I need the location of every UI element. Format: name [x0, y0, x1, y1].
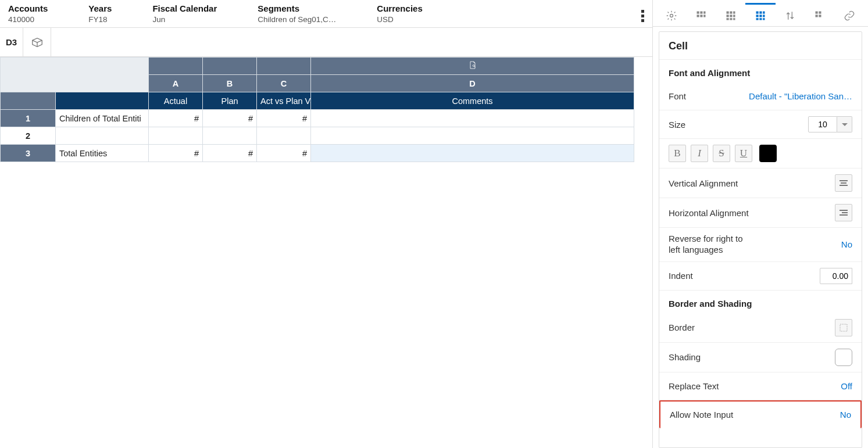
prop-border: Border — [659, 313, 862, 343]
bold-button[interactable]: B — [669, 145, 686, 162]
halign-button[interactable] — [835, 204, 852, 221]
grid-icon — [814, 10, 826, 21]
tab-cell[interactable] — [745, 3, 775, 26]
border-button[interactable] — [835, 319, 852, 336]
prop-size: Size — [659, 110, 862, 139]
svg-rect-5 — [696, 15, 699, 17]
grid-header-top — [1, 58, 634, 75]
prop-font-style: B I S U — [659, 139, 862, 169]
svg-rect-15 — [730, 18, 732, 20]
rtl-label: Reverse for right to left languages — [669, 234, 743, 256]
col-top-a — [149, 58, 203, 75]
cell-b3[interactable]: # — [203, 145, 257, 162]
field-variance[interactable]: Act vs Plan Va — [257, 92, 311, 110]
svg-rect-2 — [696, 11, 699, 13]
svg-rect-22 — [763, 15, 765, 17]
size-input[interactable] — [808, 116, 837, 132]
row-label[interactable]: Total Entities — [56, 145, 149, 162]
size-dropdown[interactable] — [837, 116, 852, 132]
field-comments[interactable]: Comments — [311, 92, 634, 110]
replace-value[interactable]: Off — [841, 381, 852, 391]
indent-input[interactable] — [820, 268, 852, 284]
cell-reference[interactable]: D3 — [0, 28, 23, 56]
prop-halign: Horizontal Alignment — [659, 198, 862, 228]
svg-rect-25 — [763, 18, 765, 20]
svg-rect-19 — [763, 11, 765, 13]
pov-fiscal-label: Fiscal Calendar — [152, 3, 217, 13]
strike-button[interactable]: S — [713, 145, 730, 162]
row-label[interactable]: Children of Total Entiti — [56, 110, 149, 127]
pov-fiscal-value: Jun — [152, 15, 217, 24]
cell-b1[interactable]: # — [203, 110, 257, 127]
pov-currencies[interactable]: Currencies USD — [377, 3, 422, 24]
prop-replace-text: Replace Text Off — [659, 372, 862, 400]
svg-rect-13 — [733, 15, 735, 17]
cell-a2[interactable] — [149, 127, 203, 145]
svg-point-1 — [670, 14, 673, 17]
svg-point-0 — [473, 64, 474, 66]
cell-a1[interactable]: # — [149, 110, 203, 127]
underline-button[interactable]: U — [735, 145, 752, 162]
shading-label: Shading — [669, 352, 701, 362]
table-row: 3 Total Entities # # # — [1, 145, 634, 162]
row-number[interactable]: 2 — [1, 127, 56, 145]
row-number[interactable]: 3 — [1, 145, 56, 162]
table-row: 1 Children of Total Entiti # # # — [1, 110, 634, 127]
note-icon[interactable] — [311, 58, 634, 75]
cell-c2[interactable] — [257, 127, 311, 145]
svg-rect-8 — [726, 11, 728, 13]
pov-years[interactable]: Years FY18 — [88, 3, 112, 24]
row-number[interactable]: 1 — [1, 110, 56, 127]
replace-label: Replace Text — [669, 381, 719, 391]
font-value[interactable]: Default - "Liberation San… — [749, 91, 852, 101]
tab-grid-2[interactable] — [716, 3, 745, 26]
svg-rect-18 — [759, 11, 762, 13]
italic-button[interactable]: I — [691, 145, 708, 162]
col-top-b — [203, 58, 257, 75]
allow-note-label: Allow Note Input — [670, 410, 733, 420]
valign-label: Vertical Alignment — [669, 178, 738, 188]
data-grid: A B C D Actual Plan Act vs Plan Va Comme… — [0, 57, 652, 448]
row-label[interactable] — [56, 127, 149, 145]
pov-currencies-label: Currencies — [377, 3, 422, 13]
grid-icon — [725, 10, 737, 21]
valign-button[interactable] — [835, 174, 852, 192]
tab-settings[interactable] — [656, 3, 686, 26]
shading-swatch[interactable] — [835, 349, 852, 366]
field-actual[interactable]: Actual — [149, 92, 203, 110]
tab-sort[interactable] — [776, 3, 805, 26]
cell-d3-selected[interactable] — [311, 145, 634, 162]
col-letter-b[interactable]: B — [203, 75, 257, 92]
tab-grid-1[interactable] — [686, 3, 716, 26]
svg-rect-14 — [726, 18, 728, 20]
pov-menu-icon[interactable] — [641, 8, 644, 24]
col-letter-d[interactable]: D — [311, 75, 634, 92]
section-border-shading: Border and Shading — [659, 291, 862, 313]
size-label: Size — [669, 120, 685, 130]
color-swatch[interactable] — [759, 145, 777, 162]
col-letter-c[interactable]: C — [257, 75, 311, 92]
pov-segments[interactable]: Segments Children of Seg01,C… — [258, 3, 336, 24]
svg-rect-10 — [733, 11, 735, 13]
pov-fiscal[interactable]: Fiscal Calendar Jun — [152, 3, 217, 24]
pov-accounts[interactable]: Accounts 410000 — [8, 3, 48, 24]
cell-d2[interactable] — [311, 127, 634, 145]
svg-rect-26 — [816, 11, 818, 13]
allow-note-value[interactable]: No — [840, 410, 851, 420]
cell-a3[interactable]: # — [149, 145, 203, 162]
svg-rect-23 — [756, 18, 758, 20]
tab-link[interactable] — [835, 3, 865, 26]
field-plan[interactable]: Plan — [203, 92, 257, 110]
rtl-value[interactable]: No — [841, 239, 852, 249]
cell-d1[interactable] — [311, 110, 634, 127]
cell-panel: Cell Font and Alignment Font Default - "… — [659, 31, 862, 448]
cell-c1[interactable]: # — [257, 110, 311, 127]
cube-icon[interactable] — [23, 28, 51, 56]
svg-rect-20 — [756, 15, 758, 17]
cell-b2[interactable] — [203, 127, 257, 145]
tab-grid-4[interactable] — [805, 3, 835, 26]
pov-years-label: Years — [88, 3, 112, 13]
svg-rect-17 — [756, 11, 758, 13]
cell-c3[interactable]: # — [257, 145, 311, 162]
col-letter-a[interactable]: A — [149, 75, 203, 92]
